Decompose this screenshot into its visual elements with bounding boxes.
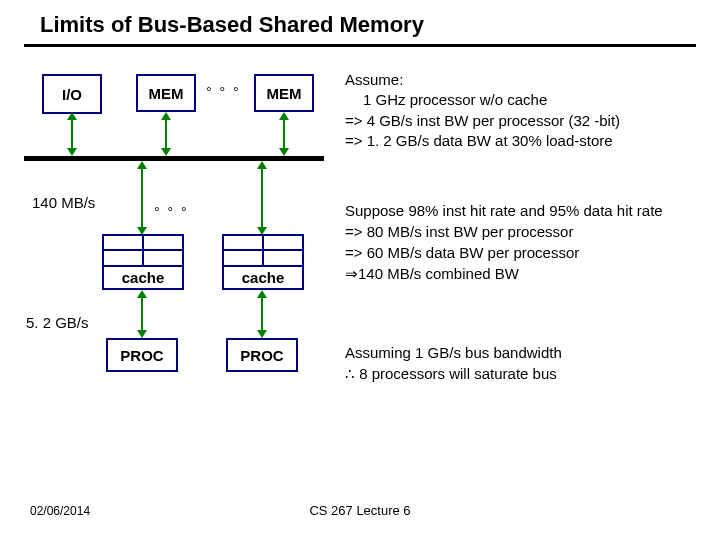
assume-block: Assume: 1 GHz processor w/o cache => 4 G… (345, 70, 705, 151)
suppose-block: Suppose 98% inst hit rate and 95% data h… (345, 200, 715, 284)
title-rule (24, 44, 696, 47)
bus-line (24, 156, 324, 161)
assume-l2: => 4 GB/s inst BW per processor (32 -bit… (345, 112, 620, 129)
io-box: I/O (42, 74, 102, 114)
suppose-l1: => 80 MB/s inst BW per processor (345, 223, 573, 240)
footer-lecture: CS 267 Lecture 6 (0, 503, 720, 518)
assume-l3: => 1. 2 GB/s data BW at 30% load-store (345, 132, 613, 149)
conclude-l2: ∴ 8 processors will saturate bus (345, 365, 557, 382)
slide-title: Limits of Bus-Based Shared Memory (40, 12, 424, 38)
label-52gbs: 5. 2 GB/s (26, 314, 89, 331)
suppose-l3: ⇒140 MB/s combined BW (345, 265, 519, 282)
cache-label: cache (104, 269, 182, 286)
assume-l1: 1 GHz processor w/o cache (345, 90, 705, 110)
dots-icon: ° ° ° (206, 84, 241, 100)
proc-box-2: PROC (226, 338, 298, 372)
conclude-block: Assuming 1 GB/s bus bandwidth ∴ 8 proces… (345, 342, 705, 384)
dots-icon: ° ° ° (154, 204, 189, 220)
mem-box-1: MEM (136, 74, 196, 112)
cache-box-2: cache (222, 234, 304, 290)
cache-box-1: cache (102, 234, 184, 290)
bus-diagram: I/O MEM ° ° ° MEM 140 MB/s ° ° ° (24, 64, 344, 404)
conclude-l1: Assuming 1 GB/s bus bandwidth (345, 344, 562, 361)
mem-box-2: MEM (254, 74, 314, 112)
suppose-l2: => 60 MB/s data BW per processor (345, 244, 579, 261)
proc-box-1: PROC (106, 338, 178, 372)
suppose-head: Suppose 98% inst hit rate and 95% data h… (345, 202, 663, 219)
assume-head: Assume: (345, 71, 403, 88)
cache-label: cache (224, 269, 302, 286)
label-140mbs: 140 MB/s (32, 194, 95, 211)
